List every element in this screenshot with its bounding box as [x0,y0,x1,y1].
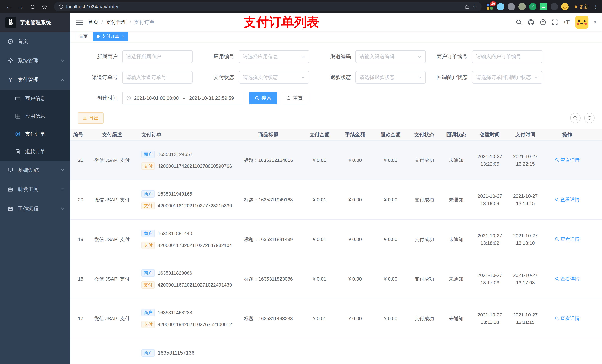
table-row: 19 微信 JSAPI 支付 商户1635311881440 支付4200001… [70,220,602,259]
view-detail-link[interactable]: 查看详情 [555,157,580,163]
extension-chat-icon[interactable] [540,3,547,10]
header-notify-status: 回调状态 [440,131,472,138]
browser-menu-button[interactable]: ⋮ [593,4,598,10]
date-start[interactable]: 2021-10-01 00:00:00 [134,95,179,101]
address-bar[interactable]: localhost:1024/pay/order ☆ [54,2,482,11]
select-placeholder: 请选择退款状态 [359,74,395,81]
site-info-icon[interactable] [58,4,63,9]
date-range-picker[interactable]: 2021-10-01 00:00:00 - 2021-10-31 23:59:5… [122,92,244,104]
avatar[interactable] [575,16,589,29]
tag-label: 首页 [79,33,88,39]
url-text[interactable]: localhost:1024/pay/order [66,4,119,10]
extension-gray-icon[interactable] [508,3,515,10]
channel-order-no-input[interactable] [126,74,188,80]
search-icon [255,96,259,100]
select-placeholder: 请选择订单回调商户状态 [476,74,531,81]
sidebar-item-label: 应用信息 [25,113,64,119]
merchant-input[interactable] [126,54,188,60]
cell-pay-amount: ¥ 0.01 [302,157,337,163]
fullscreen-icon[interactable] [552,19,558,25]
app-select[interactable]: 请选择应用信息 [239,50,309,63]
header-pay-status: 支付状态 [408,131,440,138]
extension-olive-icon[interactable] [518,3,526,10]
extension-grid-icon[interactable]: 10 [486,3,494,10]
view-detail-link[interactable]: 查看详情 [555,236,580,242]
date-end[interactable]: 2021-10-31 23:59:59 [189,95,234,101]
refresh-table-button[interactable] [584,113,595,123]
notify-status-select[interactable]: 请选择订单回调商户状态 [472,71,542,83]
download-icon [83,116,87,120]
merchant-order-no: 1635311823086 [158,270,192,276]
view-detail-link[interactable]: 查看详情 [555,197,580,203]
export-button[interactable]: 导出 [78,113,104,124]
browser-home-button[interactable] [39,1,50,12]
sidebar-item-system[interactable]: 系统管理 [0,51,70,70]
sidebar-item-infra[interactable]: 基础设施 [0,161,70,180]
cell-channel: 微信 JSAPI 支付 [87,197,137,203]
chevron-down-icon [301,54,305,59]
font-size-icon[interactable]: TT [563,19,570,26]
hamburger-icon[interactable] [76,19,83,25]
sidebar-item-refund-order[interactable]: 退款订单 [0,143,70,161]
page-title: 支付订单列表 [244,14,319,31]
extension-emoji-icon[interactable] [561,3,569,10]
cell-notify-status: 未通知 [440,157,472,164]
sidebar-item-merchant-info[interactable]: 商户信息 [0,90,70,107]
breadcrumb-payment[interactable]: 支付管理 [106,19,127,26]
tag-home[interactable]: 首页 [75,32,91,41]
sidebar-logo[interactable]: 芋道管理系统 [0,13,70,32]
channel-order-no-field[interactable] [122,71,193,83]
extension-check-icon[interactable]: ✓ [529,3,537,10]
browser-update-button[interactable]: 更新 [572,3,592,10]
browser-reload-button[interactable] [27,1,38,12]
caret-down-icon[interactable]: ▾ [594,20,596,25]
cell-notify-status: 未通知 [440,276,472,282]
clock-icon [126,96,131,100]
extension-drop-icon[interactable] [497,3,504,10]
cell-fee-amount: ¥ 0.00 [337,276,373,282]
cell-title: 标题：1635311949168 [235,197,302,203]
sidebar-item-pay-order[interactable]: 支付订单 [0,125,70,143]
merchant-order-no-input[interactable] [476,54,538,60]
view-detail-link[interactable]: 查看详情 [555,315,580,322]
github-icon[interactable] [527,19,534,26]
sidebar-item-devtools[interactable]: 研发工具 [0,180,70,199]
update-dot-icon [575,5,577,8]
sidebar-item-payment[interactable]: ¥ 支付管理 [0,70,70,90]
pay-status-select[interactable]: 请选择支付状态 [239,71,309,83]
view-detail-link[interactable]: 查看详情 [555,276,580,282]
dashboard-icon [7,39,13,44]
share-icon[interactable] [465,4,470,9]
toggle-search-button[interactable] [570,113,580,123]
browser-forward-button[interactable]: → [16,1,26,12]
extension-pin-icon[interactable] [550,3,558,10]
filter-label-channel-code: 渠道编码 [311,53,355,60]
sidebar-item-workflow[interactable]: 工作流程 [0,199,70,218]
search-icon[interactable] [516,19,522,25]
sidebar-item-app-info[interactable]: 应用信息 [0,107,70,125]
breadcrumb-home[interactable]: 首页 [88,19,98,26]
monitor-icon [7,167,13,173]
merchant-order-no-field[interactable] [472,50,542,63]
browser-back-button[interactable]: ← [4,1,14,12]
pay-order-no: 4200001173202110272847982104 [158,242,232,248]
help-icon[interactable]: ? [540,19,546,25]
search-button[interactable]: 搜索 [249,92,277,104]
breadcrumb-current: 支付订单 [134,19,155,26]
sidebar-item-home[interactable]: 首页 [0,32,70,51]
breadcrumb-separator: / [101,19,103,25]
cell-pay-amount: ¥ 0.01 [302,316,337,322]
cell-title: 标题：1635311468233 [235,315,302,322]
pay-order-no: 4200001181202110277723215336 [158,203,232,209]
chevron-down-icon [534,75,538,79]
cell-title: 标题：1635311823086 [235,276,302,282]
reset-button[interactable]: 重置 [281,92,308,104]
tag-pay-order[interactable]: 支付订单 × [93,32,128,41]
close-icon[interactable]: × [121,34,124,39]
bookmark-star-icon[interactable]: ☆ [473,4,477,10]
channel-code-select[interactable]: 请输入渠道编码 [355,50,426,63]
sidebar-item-label: 首页 [18,38,64,45]
merchant-select[interactable] [122,50,193,63]
refund-status-select[interactable]: 请选择退款状态 [355,71,426,83]
merchant-badge: 商户 [141,309,155,316]
